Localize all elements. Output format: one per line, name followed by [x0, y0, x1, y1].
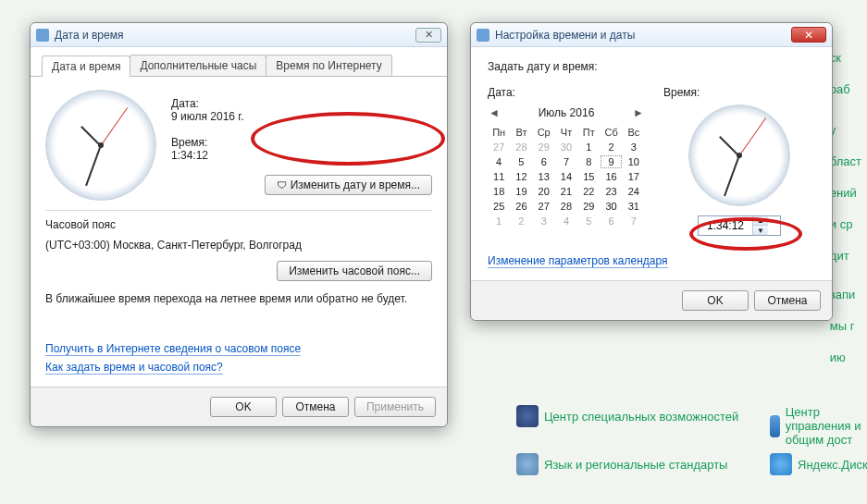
cancel-button[interactable]: Отмена	[754, 290, 821, 311]
close-icon[interactable]: ✕	[415, 28, 441, 43]
cal-day[interactable]: 28	[555, 199, 577, 214]
date-label: Дата:	[488, 86, 649, 99]
cal-day[interactable]: 31	[623, 199, 645, 214]
cal-day[interactable]: 13	[533, 169, 555, 184]
date-label: Дата:	[171, 97, 432, 110]
tab-internet-time[interactable]: Время по Интернету	[266, 55, 391, 76]
bg-item[interactable]: Яндекс.Диск	[770, 453, 867, 475]
cal-day[interactable]: 5	[510, 154, 532, 169]
set-date-time-dialog: Настройка времени и даты ✕ Задать дату и…	[470, 22, 833, 321]
bg-fragments: ск раб у бласт ений и ср дит запи мы г и…	[830, 43, 861, 374]
cal-day[interactable]: 7	[623, 214, 645, 228]
bg-item[interactable]: Язык и региональные стандарты	[516, 453, 727, 475]
cal-next-button[interactable]: ►	[632, 106, 645, 119]
cal-day[interactable]: 22	[577, 184, 600, 199]
time-input[interactable]	[699, 218, 752, 233]
cal-day[interactable]: 19	[510, 184, 532, 199]
cal-day[interactable]: 2	[510, 214, 532, 228]
accessibility-icon	[516, 405, 539, 427]
analog-clock	[688, 104, 790, 206]
set-heading: Задать дату и время:	[488, 60, 815, 73]
howto-link[interactable]: Как задать время и часовой пояс?	[45, 361, 223, 375]
cal-day[interactable]: 6	[600, 214, 622, 228]
ok-button[interactable]: OK	[682, 290, 749, 311]
cal-day[interactable]: 9	[600, 154, 622, 169]
cal-day[interactable]: 3	[533, 214, 555, 228]
bg-item-label: Язык и региональные стандарты	[544, 458, 727, 472]
dialog-body: Дата: 9 июля 2016 г. Время: 1:34:12 Изме…	[31, 77, 447, 387]
region-icon	[516, 453, 539, 475]
spin-up-button[interactable]: ▲	[753, 216, 768, 226]
cal-day[interactable]: 2	[600, 140, 622, 154]
tab-additional-clocks[interactable]: Дополнительные часы	[130, 55, 266, 76]
cal-day[interactable]: 10	[623, 154, 645, 169]
cal-dow: Вт	[510, 125, 532, 140]
cal-dow: Сб	[600, 125, 622, 140]
bg-item-label: Центр управления и общим дост	[786, 405, 867, 447]
analog-clock	[45, 90, 156, 201]
dialog-footer: OK Отмена Применить	[31, 387, 447, 426]
bg-item-label: Яндекс.Диск	[798, 458, 867, 472]
yandex-disk-icon	[770, 453, 792, 475]
cal-day[interactable]: 27	[533, 199, 555, 214]
time-spinner[interactable]: ▲ ▼	[698, 215, 781, 236]
cal-day[interactable]: 30	[600, 199, 622, 214]
close-icon[interactable]: ✕	[791, 27, 826, 43]
cal-day[interactable]: 12	[510, 169, 532, 184]
cal-day[interactable]: 5	[577, 214, 600, 228]
cal-day[interactable]: 11	[488, 169, 510, 184]
cal-day[interactable]: 28	[510, 140, 532, 154]
change-timezone-button[interactable]: Изменить часовой пояс...	[277, 261, 432, 281]
cal-day[interactable]: 26	[510, 199, 532, 214]
cal-day[interactable]: 7	[555, 154, 577, 169]
timezone-value: (UTC+03:00) Москва, Санкт-Петербург, Вол…	[45, 239, 432, 252]
apply-button[interactable]: Применить	[354, 397, 436, 417]
bg-item-label: Центр специальных возможностей	[544, 410, 738, 424]
cal-day[interactable]: 14	[555, 169, 577, 184]
cal-day[interactable]: 18	[488, 184, 510, 199]
cal-day[interactable]: 29	[577, 199, 600, 214]
cal-dow: Пт	[577, 125, 600, 140]
bg-item[interactable]: Центр управления и общим дост	[770, 405, 867, 447]
calendar[interactable]: ◄ Июль 2016 ► ПнВтСрЧтПтСбВс272829301234…	[488, 104, 645, 228]
tab-date-time[interactable]: Дата и время	[42, 55, 130, 77]
titlebar[interactable]: Дата и время ✕	[31, 23, 447, 47]
tz-info-link[interactable]: Получить в Интернете сведения о часовом …	[45, 342, 301, 356]
cal-day[interactable]: 8	[577, 154, 600, 169]
date-value: 9 июля 2016 г.	[171, 110, 432, 123]
dst-note: В ближайшее время перехода на летнее вре…	[45, 292, 432, 305]
spin-down-button[interactable]: ▼	[753, 226, 768, 235]
window-title: Дата и время	[55, 29, 123, 42]
cal-day[interactable]: 4	[555, 214, 577, 228]
bg-item[interactable]: Центр специальных возможностей	[516, 405, 738, 427]
cal-day[interactable]: 3	[623, 140, 645, 154]
time-label: Время:	[171, 136, 432, 149]
window-title: Настройка времени и даты	[495, 29, 635, 42]
cal-day[interactable]: 29	[533, 140, 555, 154]
tabstrip: Дата и время Дополнительные часы Время п…	[31, 47, 447, 77]
ok-button[interactable]: OK	[210, 397, 277, 417]
cal-day[interactable]: 15	[577, 169, 600, 184]
cal-day[interactable]: 25	[488, 199, 510, 214]
dialog-body: Задать дату и время: Дата: ◄ Июль 2016 ►…	[471, 47, 832, 280]
cal-dow: Чт	[555, 125, 577, 140]
cal-day[interactable]: 24	[623, 184, 645, 199]
change-date-time-button[interactable]: Изменить дату и время...	[265, 175, 432, 195]
cal-day[interactable]: 17	[623, 169, 645, 184]
calendar-settings-link[interactable]: Изменение параметров календаря	[488, 254, 668, 268]
cal-dow: Вс	[623, 125, 645, 140]
time-label: Время:	[663, 86, 700, 99]
cal-day[interactable]: 6	[533, 154, 555, 169]
cal-day[interactable]: 21	[555, 184, 577, 199]
cal-day[interactable]: 1	[577, 140, 600, 154]
cal-day[interactable]: 20	[533, 184, 555, 199]
cal-prev-button[interactable]: ◄	[488, 106, 501, 119]
cal-day[interactable]: 4	[488, 154, 510, 169]
titlebar[interactable]: Настройка времени и даты ✕	[471, 23, 832, 47]
cal-day[interactable]: 23	[600, 184, 622, 199]
cal-day[interactable]: 30	[555, 140, 577, 154]
cancel-button[interactable]: Отмена	[282, 397, 349, 417]
cal-day[interactable]: 16	[600, 169, 622, 184]
cal-day[interactable]: 1	[488, 214, 510, 228]
cal-day[interactable]: 27	[488, 140, 510, 154]
